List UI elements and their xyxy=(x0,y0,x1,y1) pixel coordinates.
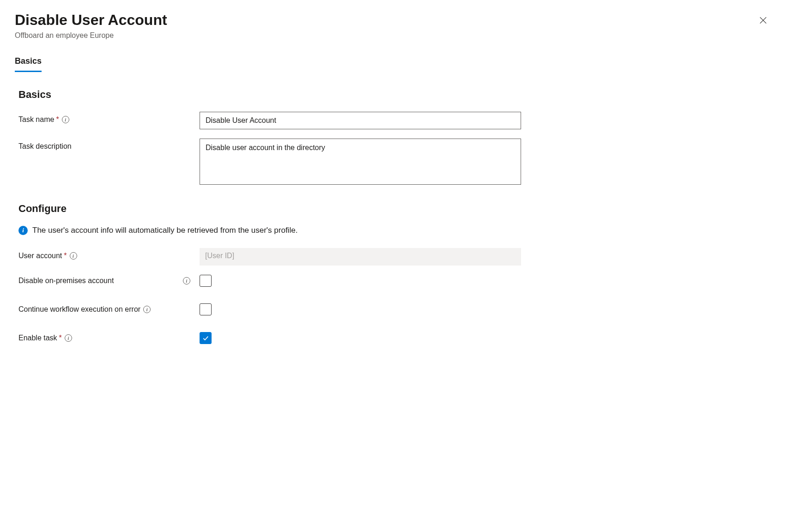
info-icon[interactable]: i xyxy=(65,334,72,342)
enable-task-label: Enable task * i xyxy=(18,334,200,342)
page-title: Disable User Account xyxy=(15,11,167,29)
configure-heading: Configure xyxy=(15,203,774,215)
disable-on-premises-label: Disable on-premises account i xyxy=(18,277,200,285)
required-marker: * xyxy=(59,334,62,342)
info-icon[interactable]: i xyxy=(70,252,77,260)
basics-heading: Basics xyxy=(15,89,774,101)
disable-on-premises-checkbox[interactable] xyxy=(200,275,212,287)
close-icon xyxy=(759,16,768,25)
continue-on-error-label: Continue workflow execution on error i xyxy=(18,305,200,314)
tabs: Basics xyxy=(15,56,774,72)
info-icon[interactable]: i xyxy=(183,277,190,284)
info-icon[interactable]: i xyxy=(143,306,151,313)
close-button[interactable] xyxy=(756,13,771,29)
tab-basics[interactable]: Basics xyxy=(15,56,42,72)
info-icon: i xyxy=(18,226,28,235)
info-banner: i The user's account info will automatic… xyxy=(15,226,774,235)
checkmark-icon xyxy=(202,334,209,342)
task-description-input[interactable] xyxy=(200,139,521,185)
required-marker: * xyxy=(56,115,59,124)
task-name-label: Task name * i xyxy=(18,112,200,124)
required-marker: * xyxy=(64,252,67,260)
info-icon[interactable]: i xyxy=(62,116,69,123)
continue-on-error-checkbox[interactable] xyxy=(200,303,212,315)
page-subtitle: Offboard an employee Europe xyxy=(15,31,167,40)
enable-task-checkbox[interactable] xyxy=(200,332,212,344)
user-account-label: User account * i xyxy=(18,248,200,260)
task-description-label: Task description xyxy=(18,139,200,151)
info-banner-text: The user's account info will automatical… xyxy=(32,226,297,235)
user-account-field: [User ID] xyxy=(200,248,521,266)
task-name-input[interactable] xyxy=(200,112,521,129)
